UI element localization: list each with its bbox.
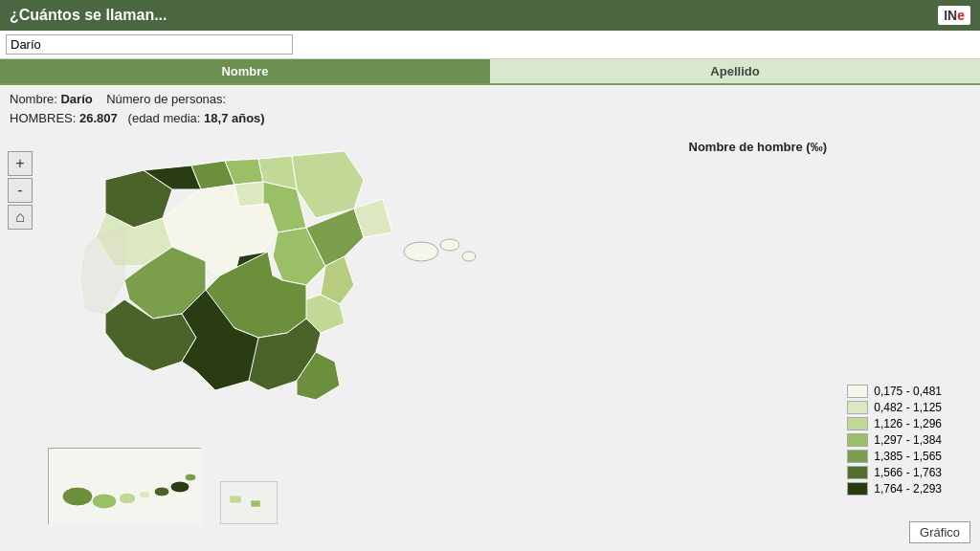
legend-color-box bbox=[847, 450, 868, 463]
ine-logo-accent: e bbox=[957, 8, 965, 23]
legend-range-label: 0,482 - 1,125 bbox=[874, 401, 942, 414]
legend: 0,175 - 0,4810,482 - 1,1251,126 - 1,2961… bbox=[847, 385, 942, 496]
edad-label: (edad media: bbox=[128, 111, 201, 125]
legend-range-label: 1,126 - 1,296 bbox=[874, 417, 942, 430]
legend-range-label: 1,566 - 1,763 bbox=[874, 466, 942, 479]
legend-color-box bbox=[847, 401, 868, 414]
legend-title: Nombre de hombre (‰) bbox=[689, 140, 827, 154]
svg-point-33 bbox=[185, 474, 196, 481]
info-bar: Nombre: Darío Número de personas: HOMBRE… bbox=[0, 85, 980, 132]
svg-rect-36 bbox=[230, 496, 241, 503]
svg-point-30 bbox=[139, 491, 150, 498]
legend-color-box bbox=[847, 466, 868, 479]
legend-color-box bbox=[847, 433, 868, 447]
app-title: ¿Cuántos se llaman... bbox=[10, 7, 167, 24]
svg-point-24 bbox=[462, 252, 476, 261]
svg-point-32 bbox=[170, 481, 189, 493]
svg-point-23 bbox=[440, 239, 459, 251]
nombre-value: Darío bbox=[60, 92, 92, 106]
svg-point-31 bbox=[154, 487, 169, 496]
legend-item: 1,297 - 1,384 bbox=[847, 433, 942, 447]
ceuta-melilla-map bbox=[220, 481, 278, 524]
canary-map bbox=[48, 448, 201, 524]
hombres-value: 26.807 bbox=[79, 111, 118, 125]
tab-nombre[interactable]: Nombre bbox=[0, 59, 490, 83]
svg-point-29 bbox=[119, 493, 136, 504]
legend-range-label: 1,385 - 1,565 bbox=[874, 450, 942, 463]
nombre-label: Nombre: bbox=[10, 92, 57, 106]
svg-point-28 bbox=[92, 494, 117, 509]
svg-rect-35 bbox=[220, 481, 278, 524]
svg-rect-37 bbox=[251, 500, 260, 507]
home-button[interactable]: ⌂ bbox=[8, 205, 33, 230]
tab-apellido[interactable]: Apellido bbox=[490, 59, 980, 83]
zoom-in-button[interactable]: + bbox=[8, 151, 33, 176]
legend-item: 0,482 - 1,125 bbox=[847, 401, 942, 414]
legend-range-label: 1,764 - 2,293 bbox=[874, 482, 942, 496]
tab-bar: Nombre Apellido bbox=[0, 59, 980, 85]
map-area[interactable]: Nombre de hombre (‰) bbox=[0, 132, 980, 551]
app-header: ¿Cuántos se llaman... INe bbox=[0, 0, 980, 31]
zoom-controls: + - ⌂ bbox=[8, 151, 33, 230]
edad-value: 18,7 años) bbox=[204, 111, 265, 125]
grafico-button[interactable]: Gráfico bbox=[909, 521, 970, 543]
legend-item: 1,566 - 1,763 bbox=[847, 466, 942, 479]
zoom-out-button[interactable]: - bbox=[8, 178, 33, 203]
ine-logo: INe bbox=[938, 6, 970, 25]
legend-item: 1,764 - 2,293 bbox=[847, 482, 942, 496]
search-bar bbox=[0, 31, 980, 59]
legend-color-box bbox=[847, 417, 868, 430]
svg-marker-7 bbox=[292, 151, 364, 218]
legend-item: 1,126 - 1,296 bbox=[847, 417, 942, 430]
legend-range-label: 0,175 - 0,481 bbox=[874, 385, 942, 398]
legend-range-label: 1,297 - 1,384 bbox=[874, 433, 942, 447]
legend-item: 1,385 - 1,565 bbox=[847, 450, 942, 463]
search-input[interactable] bbox=[6, 34, 293, 55]
svg-point-22 bbox=[404, 242, 438, 261]
hombres-label: HOMBRES: bbox=[10, 111, 76, 125]
svg-point-27 bbox=[62, 487, 93, 506]
legend-item: 0,175 - 0,481 bbox=[847, 385, 942, 398]
main-content: + - ⌂ Nombre de hombre (‰) bbox=[0, 132, 980, 551]
legend-color-box bbox=[847, 385, 868, 398]
svg-marker-25 bbox=[81, 228, 124, 314]
numero-label: Número de personas: bbox=[106, 92, 226, 106]
legend-color-box bbox=[847, 482, 868, 496]
